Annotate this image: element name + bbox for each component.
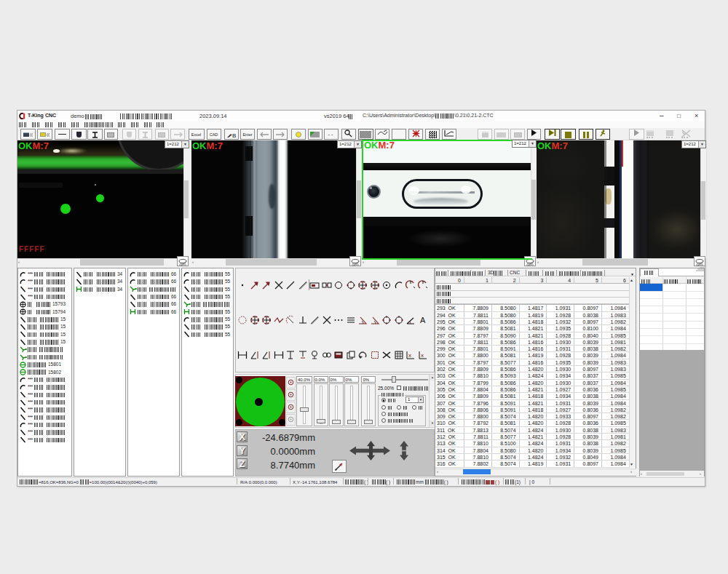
svg-text:x: x [408,352,411,359]
svg-text:A: A [420,316,426,324]
svg-text:B: B [232,132,236,138]
svg-text:x: x [421,352,424,359]
